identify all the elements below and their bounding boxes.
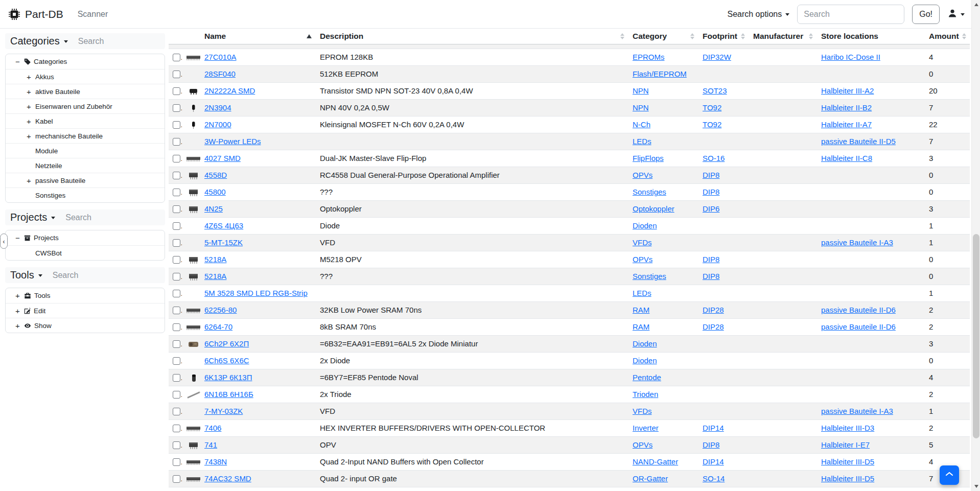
scroll-to-top-button[interactable]: [940, 465, 959, 485]
row-checkbox[interactable]: [173, 239, 180, 247]
category-link[interactable]: VFDs: [633, 407, 652, 415]
footprint-link[interactable]: TO92: [703, 120, 721, 129]
row-checkbox[interactable]: [173, 307, 180, 314]
category-link[interactable]: LEDs: [633, 289, 651, 297]
sidebar-item-show[interactable]: +Show: [6, 318, 165, 333]
part-name-link[interactable]: 7438N: [204, 457, 227, 466]
tools-panel-title[interactable]: Tools: [10, 269, 42, 281]
store-location-link[interactable]: Halbleiter III-D5: [821, 474, 874, 483]
column-header-category[interactable]: Category: [628, 29, 698, 44]
sidebar-item-eisenwaren-und-zubeh-r[interactable]: +Eisenwaren und Zubehör: [6, 99, 165, 113]
footprint-link[interactable]: TO92: [703, 103, 721, 112]
tools-search-input[interactable]: [52, 270, 123, 280]
scrollbar-up-icon[interactable]: [974, 3, 978, 6]
part-name-link[interactable]: 45800: [204, 188, 226, 196]
collapse-icon[interactable]: −: [14, 58, 21, 65]
part-name-link[interactable]: 2N7000: [204, 120, 231, 129]
expand-icon[interactable]: +: [14, 307, 21, 315]
store-location-link[interactable]: passive Bauteile II-D5: [821, 137, 896, 146]
column-header-amount[interactable]: Amount: [925, 29, 970, 44]
store-location-link[interactable]: Halbleiter III-D5: [821, 457, 874, 466]
expand-icon[interactable]: +: [14, 292, 21, 299]
column-header-description[interactable]: Description: [316, 29, 628, 44]
projects-panel-title[interactable]: Projects: [10, 212, 55, 223]
row-checkbox[interactable]: [173, 408, 180, 415]
row-checkbox[interactable]: [173, 138, 180, 146]
footprint-link[interactable]: DIP6: [703, 204, 719, 213]
collapse-icon[interactable]: −: [14, 234, 21, 242]
category-link[interactable]: Sonstiges: [633, 188, 666, 196]
category-link[interactable]: EPROMs: [633, 53, 665, 61]
footprint-link[interactable]: DIP8: [703, 255, 719, 264]
row-checkbox[interactable]: [173, 205, 180, 213]
part-name-link[interactable]: 28SF040: [204, 69, 236, 78]
footprint-link[interactable]: SOT23: [703, 86, 727, 95]
sidebar-item-categories[interactable]: −Categories: [6, 54, 165, 69]
part-name-link[interactable]: 2N3904: [204, 103, 231, 112]
row-checkbox[interactable]: [173, 458, 180, 466]
store-location-link[interactable]: Halbleiter II-B2: [821, 103, 872, 112]
search-options-dropdown[interactable]: Search options: [727, 10, 789, 19]
part-name-link[interactable]: 6Ch6S 6X6C: [204, 356, 249, 365]
expand-icon[interactable]: +: [26, 132, 32, 140]
expand-icon[interactable]: +: [26, 73, 32, 81]
part-name-link[interactable]: 5218A: [204, 255, 226, 264]
expand-icon[interactable]: +: [14, 322, 21, 330]
part-name-link[interactable]: 6K13P 6К13П: [204, 373, 252, 382]
expand-icon[interactable]: +: [26, 118, 32, 125]
store-location-link[interactable]: Haribo IC-Dose II: [821, 53, 880, 61]
part-name-link[interactable]: 5218A: [204, 272, 226, 280]
store-location-link[interactable]: passive Bauteile II-D6: [821, 306, 896, 314]
store-location-link[interactable]: Halbleiter III-D3: [821, 424, 874, 432]
category-link[interactable]: NPN: [633, 103, 649, 112]
category-link[interactable]: Dioden: [633, 339, 657, 348]
category-link[interactable]: VFDs: [633, 238, 652, 247]
sidebar-item-akkus[interactable]: +Akkus: [6, 69, 165, 84]
sidebar-item-edit[interactable]: +Edit: [6, 303, 165, 318]
footprint-link[interactable]: DIP28: [703, 322, 724, 331]
store-location-link[interactable]: Halbleiter II-C8: [821, 154, 872, 162]
row-checkbox[interactable]: [173, 155, 180, 162]
footprint-link[interactable]: DIP14: [703, 424, 724, 432]
row-checkbox[interactable]: [173, 290, 180, 297]
store-location-link[interactable]: passive Bauteile I-A3: [821, 238, 893, 247]
part-name-link[interactable]: 5M 3528 SMD LED RGB-Strip: [204, 289, 308, 297]
category-link[interactable]: Dioden: [633, 356, 657, 365]
part-name-link[interactable]: 4027 SMD: [204, 154, 241, 162]
footprint-link[interactable]: DIP32W: [703, 53, 731, 61]
part-name-link[interactable]: 6Ch2P 6X2П: [204, 339, 249, 348]
part-name-link[interactable]: 3W-Power LEDs: [204, 137, 261, 146]
part-name-link[interactable]: 74AC32 SMD: [204, 474, 251, 483]
row-checkbox[interactable]: [173, 273, 180, 280]
category-link[interactable]: FlipFlops: [633, 154, 664, 162]
column-header-footprint[interactable]: Footprint: [698, 29, 749, 44]
footprint-link[interactable]: SO-14: [703, 474, 725, 483]
category-link[interactable]: OPVs: [633, 171, 652, 179]
app-brand[interactable]: Part-DB: [8, 8, 63, 20]
category-link[interactable]: Pentode: [633, 373, 661, 382]
sidebar-item-kabel[interactable]: +Kabel: [6, 113, 165, 128]
category-link[interactable]: Flash/EEPROM: [633, 69, 687, 78]
expand-icon[interactable]: +: [26, 103, 32, 110]
footprint-link[interactable]: SO-16: [703, 154, 725, 162]
row-checkbox[interactable]: [173, 71, 180, 78]
category-link[interactable]: OPVs: [633, 440, 652, 449]
row-checkbox[interactable]: [173, 256, 180, 264]
category-link[interactable]: NPN: [633, 86, 649, 95]
store-location-link[interactable]: Halbleiter I-E7: [821, 440, 870, 449]
part-name-link[interactable]: 741: [204, 440, 217, 449]
footprint-link[interactable]: DIP8: [703, 188, 719, 196]
sidebar-item-aktive-bauteile[interactable]: +aktive Bauteile: [6, 84, 165, 99]
part-name-link[interactable]: 4Z6S 4Ц63: [204, 221, 243, 230]
search-input[interactable]: [797, 5, 904, 24]
sidebar-item-module[interactable]: Module: [6, 143, 165, 158]
category-link[interactable]: OPVs: [633, 255, 652, 264]
row-checkbox[interactable]: [173, 425, 180, 432]
categories-search-input[interactable]: [77, 36, 149, 46]
sidebar-collapse-button[interactable]: ‹: [0, 233, 8, 249]
scrollbar-thumb[interactable]: [973, 234, 979, 438]
store-location-link[interactable]: passive Bauteile I-A3: [821, 407, 893, 415]
row-checkbox[interactable]: [173, 323, 180, 331]
sidebar-item-tools[interactable]: +Tools: [6, 288, 165, 303]
row-checkbox[interactable]: [173, 475, 180, 483]
